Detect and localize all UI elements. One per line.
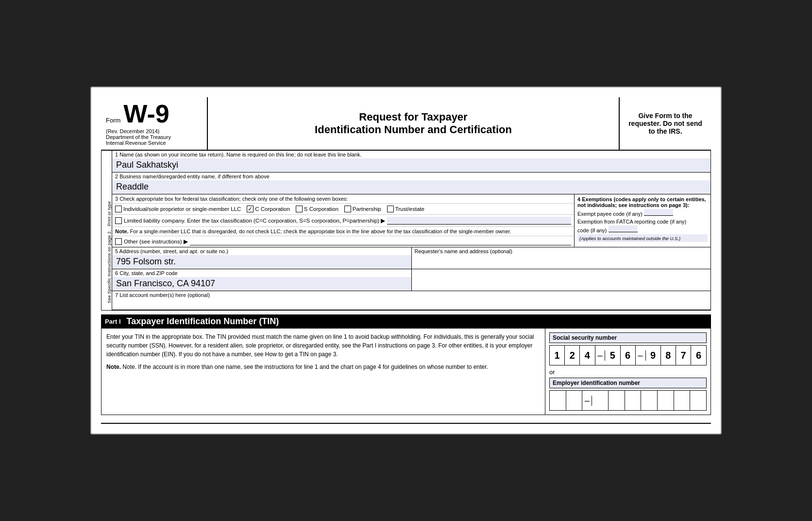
s-corp-checkbox-box[interactable] [296,206,303,212]
requesters-value[interactable] [412,255,711,269]
field1-label: 1 Name (as shown on your income tax retu… [112,151,710,158]
checkbox-s-corp[interactable]: S Corporation [296,206,338,212]
c-corp-checkbox-box[interactable]: ✓ [247,206,254,212]
individual-label: Individual/sole proprietor or single-mem… [123,206,241,212]
field6-value[interactable]: San Francisco, CA 94107 [112,277,411,291]
row3-container: 3 Check appropriate box for federal tax … [112,194,710,247]
part1-right: Social security number 1 2 4 – 5 6 – 9 8… [545,329,710,415]
fatca-label: Exemption from FATCA reporting code (if … [577,219,686,225]
field1-value[interactable]: Paul Sakhatskyi [112,158,710,172]
exempt-payee-input[interactable] [644,209,673,216]
field7-label: 7 List account number(s) here (optional) [112,291,710,299]
ssn-dash1: – [595,350,606,361]
requesters-container: Requester's name and address (optional) [412,247,711,269]
ein-d6[interactable] [641,391,658,410]
note-row: Note. For a single-member LLC that is di… [112,226,574,236]
requesters-address-value[interactable] [412,269,711,283]
exempt-payee-label: Exempt payee code (if any) [577,211,643,217]
city-row: 6 City, state, and ZIP code San Francisc… [112,269,710,291]
fatca-input[interactable] [609,226,638,232]
checkbox-trust[interactable]: Trust/estate [387,206,424,212]
ein-d9[interactable] [690,391,706,410]
ssn-d1[interactable]: 1 [550,346,565,365]
fatca-code-row: code (if any) [577,226,708,233]
header-right: Give Form to the requester. Do not send … [619,97,711,150]
note-text: For a single-member LLC that is disregar… [130,228,511,234]
header-left: Form W-9 (Rev. December 2014) Department… [101,97,208,150]
form-body: See Specific Instructions on page 2. Pri… [101,151,711,311]
ein-d1[interactable] [550,391,566,410]
ssn-dash2: – [636,350,646,361]
applies-note: (Applies to accounts maintained outside … [577,234,708,242]
field6-container: 6 City, state, and ZIP code San Francisc… [112,269,412,291]
ssn-d5[interactable]: 6 [621,346,636,365]
exempt-payee-row: Exempt payee code (if any) [577,209,708,217]
header-title-line1: Request for Taxpayer [359,111,467,123]
ein-d2[interactable] [566,391,583,410]
other-label: Other (see instructions) ▶ [124,238,188,245]
c-corp-label: C Corporation [255,206,290,212]
other-checkbox-box[interactable] [115,238,122,245]
field1-row: 1 Name (as shown on your income tax retu… [112,151,710,173]
ein-dash: – [582,396,592,406]
part1-note: Note. Note. If the account is in more th… [106,363,540,371]
exemptions-panel: 4 Exemptions (codes apply only to certai… [575,194,710,247]
ein-d5[interactable] [625,391,642,410]
checkbox-individual[interactable]: Individual/sole proprietor or single-mem… [115,206,241,212]
fatca-row: Exemption from FATCA reporting code (if … [577,219,708,225]
llc-input[interactable] [387,217,571,225]
ssn-d9[interactable]: 6 [691,346,706,365]
form-main: 1 Name (as shown on your income tax retu… [112,151,710,310]
ssn-d3[interactable]: 4 [580,346,595,365]
exemptions-title: 4 Exemptions (codes apply only to certai… [577,196,708,208]
ssn-boxes: 1 2 4 – 5 6 – 9 8 7 6 [549,345,707,365]
field7-value[interactable] [112,299,710,310]
part1-text: Enter your TIN in the appropriate box. T… [106,332,540,359]
llc-label: Limited liability company. Enter the tax… [124,217,385,224]
individual-checkbox-box[interactable] [115,206,122,212]
field6-label: 6 City, state, and ZIP code [112,269,411,277]
row3-left: 3 Check appropriate box for federal tax … [112,194,575,247]
ein-d4[interactable] [609,391,625,410]
part1-body: Enter your TIN in the appropriate box. T… [101,329,711,415]
checkbox-partnership[interactable]: Partnership [344,206,381,212]
ssn-d8[interactable]: 7 [676,346,691,365]
field7-row: 7 List account number(s) here (optional) [112,291,710,310]
part1-header: Part I Taxpayer Identification Number (T… [101,314,711,329]
bottom-divider [101,423,711,424]
partnership-label: Partnership [353,206,381,212]
field5-label: 5 Address (number, street, and apt. or s… [112,247,411,255]
other-input[interactable] [190,238,571,245]
partnership-checkbox-box[interactable] [344,206,351,212]
trust-checkbox-box[interactable] [387,206,394,212]
checkboxes-row: Individual/sole proprietor or single-mem… [112,204,574,214]
s-corp-label: S Corporation [304,206,338,212]
form-w9-title: W-9 [123,101,169,126]
code-if-any: code (if any) [577,227,607,233]
ein-label: Employer identification number [549,378,707,388]
part1-title: Taxpayer Identification Number (TIN) [127,316,279,327]
trust-label: Trust/estate [395,206,424,212]
field2-label: 2 Business name/disregarded entity name,… [112,173,710,180]
sidebar-text: See Specific Instructions on page 2. Pri… [107,199,112,305]
ein-d3[interactable] [592,391,609,410]
form-rev: (Rev. December 2014) Department of the T… [106,128,202,146]
address-row: 5 Address (number, street, and apt. or s… [112,247,710,269]
ssn-d4[interactable]: 5 [605,346,620,365]
ssn-d6[interactable]: 9 [646,346,661,365]
form-w9: Form W-9 (Rev. December 2014) Department… [90,87,722,434]
field2-value[interactable]: Readdle [112,180,710,194]
llc-checkbox-box[interactable] [115,217,122,224]
field5-value[interactable]: 795 Folsom str. [112,255,411,269]
field2-row: 2 Business name/disregarded entity name,… [112,173,710,194]
field3-label: 3 Check appropriate box for federal tax … [112,194,574,204]
header-title-line2: Identification Number and Certification [315,123,512,136]
checkbox-c-corp[interactable]: ✓ C Corporation [247,206,290,212]
other-row: Other (see instructions) ▶ [112,236,574,247]
ssn-d2[interactable]: 2 [565,346,580,365]
or-text: or [549,368,707,376]
ssn-d7[interactable]: 8 [661,346,676,365]
requesters-address [412,269,711,291]
ein-d7[interactable] [658,391,674,410]
ein-d8[interactable] [674,391,691,410]
